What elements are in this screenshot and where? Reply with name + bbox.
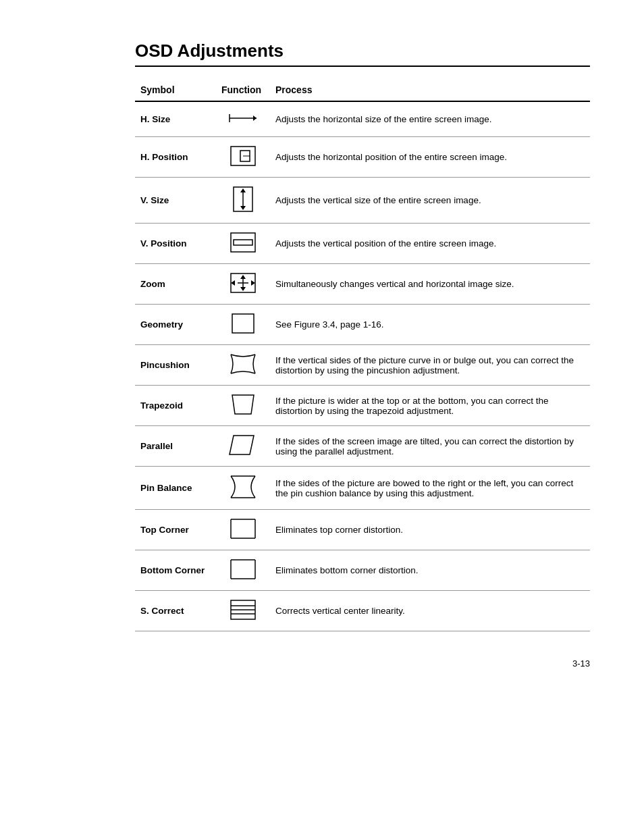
function-label: V. Size xyxy=(135,178,216,224)
svg-rect-10 xyxy=(231,233,255,252)
process-description: Adjusts the vertical size of the entire … xyxy=(270,178,590,224)
page-number: 3-13 xyxy=(135,658,590,669)
svg-marker-9 xyxy=(240,206,246,210)
symbol-cell xyxy=(216,101,270,137)
process-description: Simultaneously changes vertical and hori… xyxy=(270,264,590,305)
function-label: Geometry xyxy=(135,305,216,345)
symbol-cell xyxy=(216,224,270,264)
table-row: V. Position Adjusts the vertical positio… xyxy=(135,224,590,264)
svg-marker-8 xyxy=(240,188,246,192)
svg-marker-17 xyxy=(240,275,246,279)
process-description: If the sides of the picture are bowed to… xyxy=(270,467,590,510)
process-description: See Figure 3.4, page 1-16. xyxy=(270,305,590,345)
process-description: Eliminates top corner distortion. xyxy=(270,510,590,550)
table-row: Zoom Simultaneously changes vertical and… xyxy=(135,264,590,305)
symbol-cell xyxy=(216,137,270,178)
table-row: Top Corner Eliminates top corner distort… xyxy=(135,510,590,550)
col-function: Function xyxy=(216,80,270,101)
symbol-cell xyxy=(216,345,270,386)
function-label: Top Corner xyxy=(135,510,216,550)
function-label: Zoom xyxy=(135,264,216,305)
function-label: Trapezoid xyxy=(135,386,216,426)
process-description: If the sides of the screen image are til… xyxy=(270,426,590,467)
table-row: Pincushion If the vertical sides of the … xyxy=(135,345,590,386)
col-process: Process xyxy=(270,80,590,101)
table-row: H. Position Adjusts the horizontal posit… xyxy=(135,137,590,178)
table-row: Parallel If the sides of the screen imag… xyxy=(135,426,590,467)
svg-marker-20 xyxy=(232,395,254,414)
symbol-cell xyxy=(216,305,270,345)
function-label: Bottom Corner xyxy=(135,550,216,591)
symbol-cell xyxy=(216,386,270,426)
symbol-cell xyxy=(216,510,270,550)
title-divider xyxy=(135,66,590,67)
table-row: Geometry See Figure 3.4, page 1-16. xyxy=(135,305,590,345)
svg-marker-18 xyxy=(240,287,246,291)
page-title: OSD Adjustments xyxy=(135,41,590,61)
table-row: Trapezoid If the picture is wider at the… xyxy=(135,386,590,426)
function-label: Pin Balance xyxy=(135,467,216,510)
function-label: H. Size xyxy=(135,101,216,137)
symbol-cell xyxy=(216,426,270,467)
symbol-cell xyxy=(216,550,270,591)
function-label: S. Correct xyxy=(135,591,216,631)
symbol-cell xyxy=(216,467,270,510)
process-description: Eliminates bottom corner distortion. xyxy=(270,550,590,591)
process-description: If the vertical sides of the picture cur… xyxy=(270,345,590,386)
svg-marker-14 xyxy=(231,280,235,286)
symbol-cell xyxy=(216,178,270,224)
table-row: H. Size Adjusts the horizontal size of t… xyxy=(135,101,590,137)
process-description: Adjusts the horizontal size of the entir… xyxy=(270,101,590,137)
table-row: S. Correct Corrects vertical center line… xyxy=(135,591,590,631)
symbol-cell xyxy=(216,264,270,305)
svg-marker-2 xyxy=(253,115,257,121)
svg-rect-11 xyxy=(234,240,252,245)
osd-table: Symbol Function Process H. Size Adjusts … xyxy=(135,80,590,631)
symbol-cell xyxy=(216,591,270,631)
function-label: H. Position xyxy=(135,137,216,178)
svg-rect-19 xyxy=(232,314,254,333)
table-row: Pin Balance If the sides of the picture … xyxy=(135,467,590,510)
function-label: V. Position xyxy=(135,224,216,264)
table-row: V. Size Adjusts the vertical size of the… xyxy=(135,178,590,224)
col-symbol: Symbol xyxy=(135,80,216,101)
svg-marker-21 xyxy=(230,436,254,454)
process-description: If the picture is wider at the top or at… xyxy=(270,386,590,426)
function-label: Parallel xyxy=(135,426,216,467)
function-label: Pincushion xyxy=(135,345,216,386)
process-description: Corrects vertical center linearity. xyxy=(270,591,590,631)
table-row: Bottom Corner Eliminates bottom corner d… xyxy=(135,550,590,591)
process-description: Adjusts the horizontal position of the e… xyxy=(270,137,590,178)
process-description: Adjusts the vertical position of the ent… xyxy=(270,224,590,264)
svg-marker-15 xyxy=(251,280,255,286)
